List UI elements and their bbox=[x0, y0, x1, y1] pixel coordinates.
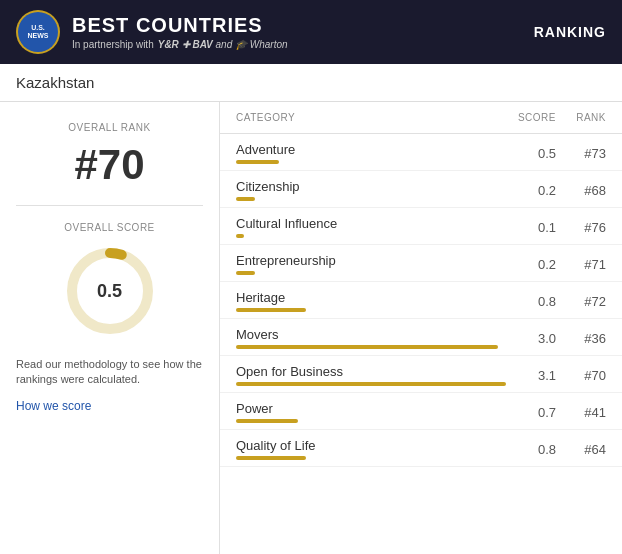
bar-fill bbox=[236, 271, 255, 275]
logo: U.S.NEWS bbox=[16, 10, 60, 54]
category-name: Power bbox=[236, 401, 506, 416]
category-score: 0.2 bbox=[506, 183, 556, 198]
category-info: Citizenship bbox=[236, 179, 506, 201]
bar-track bbox=[236, 308, 506, 312]
category-rank: #64 bbox=[556, 442, 606, 457]
divider-1 bbox=[16, 205, 203, 206]
categories-header: CATEGORY SCORE RANK bbox=[220, 102, 622, 134]
category-score: 3.0 bbox=[506, 331, 556, 346]
category-info: Movers bbox=[236, 327, 506, 349]
col-header-rank: RANK bbox=[556, 112, 606, 123]
category-rank: #76 bbox=[556, 220, 606, 235]
category-score: 0.8 bbox=[506, 442, 556, 457]
header-title-block: BEST COUNTRIES In partnership with Y&R ✚… bbox=[72, 14, 288, 50]
bar-fill bbox=[236, 197, 255, 201]
how-we-score-link[interactable]: How we score bbox=[16, 399, 91, 413]
category-rank: #71 bbox=[556, 257, 606, 272]
subtitle-text: In partnership with bbox=[72, 39, 154, 50]
table-row: Cultural Influence 0.1 #76 bbox=[220, 208, 622, 245]
partner-logos: Y&R ✚ BAV and 🎓 Wharton bbox=[158, 39, 288, 50]
category-rank: #73 bbox=[556, 146, 606, 161]
table-row: Adventure 0.5 #73 bbox=[220, 134, 622, 171]
overall-rank-value: #70 bbox=[16, 141, 203, 189]
app-title: BEST COUNTRIES bbox=[72, 14, 288, 37]
overall-rank-label: OVERALL RANK bbox=[16, 122, 203, 133]
bar-fill bbox=[236, 382, 506, 386]
category-name: Movers bbox=[236, 327, 506, 342]
left-panel: OVERALL RANK #70 OVERALL SCORE 0.5 Read … bbox=[0, 102, 220, 554]
country-name: Kazakhstan bbox=[16, 74, 94, 91]
category-rank: #41 bbox=[556, 405, 606, 420]
table-row: Citizenship 0.2 #68 bbox=[220, 171, 622, 208]
category-name: Entrepreneurship bbox=[236, 253, 506, 268]
ranking-link[interactable]: RANKING bbox=[534, 24, 606, 40]
category-score: 0.1 bbox=[506, 220, 556, 235]
donut-score-label: 0.5 bbox=[97, 281, 122, 302]
main-content: OVERALL RANK #70 OVERALL SCORE 0.5 Read … bbox=[0, 102, 622, 554]
category-name: Quality of Life bbox=[236, 438, 506, 453]
table-row: Open for Business 3.1 #70 bbox=[220, 356, 622, 393]
categories-list: Adventure 0.5 #73 Citizenship 0.2 #68 Cu… bbox=[220, 134, 622, 467]
bar-fill bbox=[236, 345, 498, 349]
category-score: 0.8 bbox=[506, 294, 556, 309]
overall-score-label: OVERALL SCORE bbox=[16, 222, 203, 233]
category-name: Adventure bbox=[236, 142, 506, 157]
category-info: Heritage bbox=[236, 290, 506, 312]
bar-track bbox=[236, 419, 506, 423]
right-panel: CATEGORY SCORE RANK Adventure 0.5 #73 Ci… bbox=[220, 102, 622, 554]
category-rank: #72 bbox=[556, 294, 606, 309]
category-name: Citizenship bbox=[236, 179, 506, 194]
bar-fill bbox=[236, 234, 244, 238]
bar-fill bbox=[236, 308, 306, 312]
category-score: 0.7 bbox=[506, 405, 556, 420]
country-bar: Kazakhstan bbox=[0, 64, 622, 102]
bar-track bbox=[236, 160, 506, 164]
category-info: Adventure bbox=[236, 142, 506, 164]
table-row: Entrepreneurship 0.2 #71 bbox=[220, 245, 622, 282]
category-info: Cultural Influence bbox=[236, 216, 506, 238]
col-header-score: SCORE bbox=[506, 112, 556, 123]
category-rank: #36 bbox=[556, 331, 606, 346]
table-row: Quality of Life 0.8 #64 bbox=[220, 430, 622, 467]
category-score: 3.1 bbox=[506, 368, 556, 383]
header: U.S.NEWS BEST COUNTRIES In partnership w… bbox=[0, 0, 622, 64]
bar-track bbox=[236, 456, 506, 460]
bar-track bbox=[236, 345, 506, 349]
bar-track bbox=[236, 271, 506, 275]
category-name: Cultural Influence bbox=[236, 216, 506, 231]
bar-fill bbox=[236, 456, 306, 460]
category-info: Power bbox=[236, 401, 506, 423]
table-row: Power 0.7 #41 bbox=[220, 393, 622, 430]
bar-fill bbox=[236, 419, 298, 423]
category-info: Open for Business bbox=[236, 364, 506, 386]
category-name: Heritage bbox=[236, 290, 506, 305]
header-subtitle: In partnership with Y&R ✚ BAV and 🎓 Whar… bbox=[72, 39, 288, 50]
bar-fill bbox=[236, 160, 279, 164]
logo-inner: U.S.NEWS bbox=[18, 12, 58, 52]
category-name: Open for Business bbox=[236, 364, 506, 379]
category-score: 0.2 bbox=[506, 257, 556, 272]
table-row: Heritage 0.8 #72 bbox=[220, 282, 622, 319]
category-score: 0.5 bbox=[506, 146, 556, 161]
table-row: Movers 3.0 #36 bbox=[220, 319, 622, 356]
bar-track bbox=[236, 197, 506, 201]
category-info: Entrepreneurship bbox=[236, 253, 506, 275]
bar-track bbox=[236, 234, 506, 238]
bar-track bbox=[236, 382, 506, 386]
col-header-category: CATEGORY bbox=[236, 112, 506, 123]
category-info: Quality of Life bbox=[236, 438, 506, 460]
score-donut: 0.5 bbox=[16, 241, 203, 341]
category-rank: #70 bbox=[556, 368, 606, 383]
methodology-text: Read our methodology to see how the rank… bbox=[16, 357, 203, 388]
category-rank: #68 bbox=[556, 183, 606, 198]
